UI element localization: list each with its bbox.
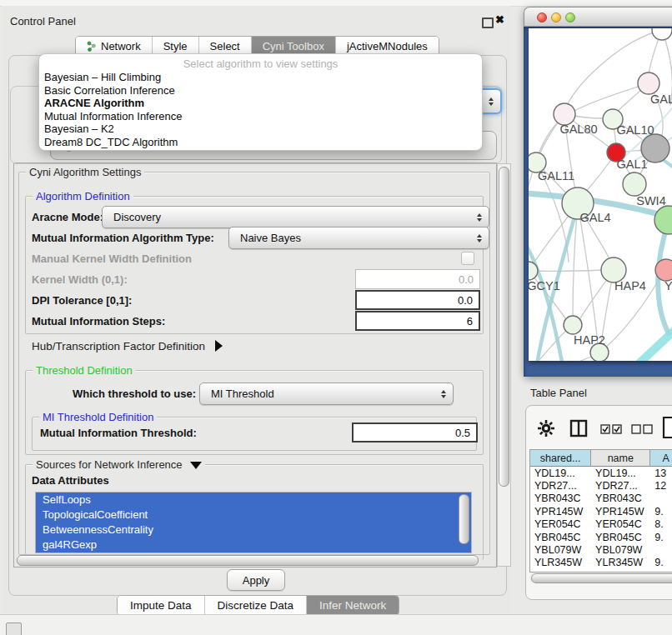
table-toolbar	[526, 406, 672, 449]
show-columns-icon[interactable]	[600, 424, 622, 434]
which-threshold-value: MI Threshold	[211, 388, 274, 400]
mi-steps-input[interactable]: 6	[355, 311, 480, 331]
mi-algorithm-type-value: Naive Bayes	[240, 232, 301, 244]
zoom-traffic-light-icon[interactable]	[565, 12, 575, 22]
manual-kernel-label: Manual Kernel Width Definition	[32, 252, 192, 265]
control-panel: Control Panel ✖ galFiltered.sif default …	[2, 6, 510, 613]
expand-right-icon[interactable]	[215, 340, 223, 352]
network-canvas[interactable]: GALGAL80GAL10GAL1GAL11SWI4GAL4GCY1HAP4YH…	[529, 28, 672, 361]
spinner-arrows-icon	[477, 213, 482, 222]
minimize-traffic-light-icon[interactable]	[551, 12, 561, 22]
attribute-item-topologicalcoefficient[interactable]: TopologicalCoefficient	[36, 508, 471, 522]
threshold-definition-title: Threshold Definition	[33, 364, 136, 377]
table-cell: 13	[650, 467, 672, 479]
table-row[interactable]: YDL19...YDL19...13	[530, 467, 672, 479]
settings-horizontal-scrollbar[interactable]	[17, 555, 479, 566]
table-cell: YBL079W	[591, 543, 650, 556]
sources-title: Sources for Network Inference	[33, 458, 205, 471]
dropdown-item-bayesian-hill-climbing[interactable]: Bayesian – Hill Climbing	[43, 71, 479, 84]
table-cell: YBR043C	[591, 492, 650, 505]
table-row[interactable]: YBL079WYBL079W	[530, 543, 672, 556]
list-scrollbar-thumb[interactable]	[459, 494, 469, 544]
expand-down-icon[interactable]	[190, 462, 202, 469]
dropdown-item-bayesian-k2[interactable]: Bayesian – K2	[43, 122, 479, 136]
close-traffic-light-icon[interactable]	[537, 12, 547, 22]
mi-algorithm-type-combo[interactable]: Naive Bayes	[228, 227, 489, 249]
table-cell: YPR145W	[591, 505, 650, 518]
node-label-y: Y	[664, 279, 672, 292]
node-table[interactable]: shared...nameA YDL19...YDL19...13YDR27..…	[529, 449, 672, 572]
attribute-item-selfloops[interactable]: SelfLoops	[36, 492, 471, 508]
bottom-tab-discretize-data[interactable]: Discretize Data	[205, 596, 308, 615]
table-row[interactable]: YLR345WYLR345W9.	[530, 557, 672, 569]
dpi-tolerance-input[interactable]: 0.0	[355, 290, 480, 310]
dropdown-item-dream8-dc-tdc-algorithm[interactable]: Dream8 DC_TDC Algorithm	[43, 136, 479, 149]
node-label-hap4: HAP4	[614, 279, 646, 292]
table-horizontal-scrollbar[interactable]	[529, 572, 672, 582]
network-node-hap2[interactable]	[564, 316, 582, 334]
bottom-tab-impute-data[interactable]: Impute Data	[118, 596, 205, 615]
aracne-mode-combo[interactable]: Discovery	[102, 206, 489, 228]
bottom-tab-bar: Impute DataDiscretize DataInfer Network	[117, 595, 399, 616]
aracne-mode-value: Discovery	[113, 211, 161, 223]
node-label-gal11: GAL11	[538, 169, 574, 182]
split-panel-icon[interactable]	[569, 419, 588, 438]
mi-threshold-input[interactable]: 0.5	[352, 422, 478, 442]
network-window-titlebar[interactable]	[524, 7, 672, 27]
table-row[interactable]: YDR27...YDR27...12	[530, 479, 672, 492]
kernel-width-input[interactable]: 0.0	[355, 269, 480, 289]
network-graph: GALGAL80GAL10GAL1GAL11SWI4GAL4GCY1HAP4YH…	[529, 28, 672, 361]
dropdown-item-basic-correlation-inference[interactable]: Basic Correlation Inference	[43, 84, 479, 98]
table-row[interactable]: YPR145WYPR145W9.	[530, 505, 672, 518]
network-node[interactable]	[654, 206, 672, 234]
table-cell: YBR045C	[591, 531, 650, 543]
hub-definition-label[interactable]: Hub/Transcription Factor Definition	[32, 338, 223, 352]
network-node-swi4[interactable]	[623, 172, 646, 196]
which-threshold-combo[interactable]: MI Threshold	[199, 382, 454, 405]
dropdown-placeholder: Select algorithm to view settings	[39, 58, 482, 70]
scrollbar-thumb[interactable]	[531, 573, 672, 583]
column-header-name[interactable]: name	[591, 450, 650, 467]
table-panel-title: Table Panel	[530, 387, 587, 399]
docked-palette-icon[interactable]	[6, 622, 22, 635]
spinner-arrows-icon	[441, 390, 446, 398]
column-header-shared[interactable]: shared...	[530, 450, 591, 467]
float-window-icon[interactable]	[482, 18, 494, 28]
manual-kernel-checkbox[interactable]	[461, 252, 474, 265]
column-header-a[interactable]: A	[650, 450, 672, 467]
settings-vertical-scrollbar[interactable]	[497, 163, 511, 567]
table-cell: 9.	[650, 505, 672, 518]
table-row[interactable]: YBR045CYBR045C9.	[530, 531, 672, 543]
data-attributes-list[interactable]: SelfLoopsTopologicalCoefficientBetweenne…	[35, 492, 472, 553]
bottom-strip	[0, 614, 672, 635]
network-node[interactable]	[652, 28, 672, 40]
network-node-y[interactable]	[655, 259, 672, 281]
apply-button[interactable]: Apply	[227, 569, 285, 591]
table-cell: 9.	[650, 557, 672, 569]
scrollbar-thumb[interactable]	[499, 167, 509, 487]
gear-icon[interactable]	[537, 419, 555, 438]
node-label-gal10: GAL10	[616, 123, 654, 137]
close-icon[interactable]: ✖	[495, 13, 504, 26]
network-edge[interactable]	[574, 83, 649, 111]
attribute-item-gal4rgexp[interactable]: gal4RGexp	[36, 538, 471, 552]
table-cell: YBR045C	[530, 531, 591, 543]
network-edge[interactable]	[529, 231, 565, 361]
table-row[interactable]: YBR043CYBR043C	[530, 492, 672, 505]
tab-label: Network	[101, 40, 141, 52]
dpi-tolerance-label: DPI Tolerance [0,1]:	[32, 294, 132, 307]
table-cell: YDR27...	[530, 479, 591, 492]
table-cell: 9.	[650, 531, 672, 543]
dropdown-item-mutual-information-inference[interactable]: Mutual Information Inference	[43, 110, 479, 123]
attribute-item-betweennesscentrality[interactable]: BetweennessCentrality	[36, 522, 471, 538]
data-attributes-label: Data Attributes	[32, 474, 109, 487]
network-node-gal[interactable]	[638, 72, 659, 94]
table-cell	[650, 492, 672, 505]
screenshot-root: Control Panel ✖ galFiltered.sif default …	[0, 0, 672, 635]
hide-columns-icon[interactable]	[631, 424, 653, 434]
new-table-icon[interactable]	[662, 416, 672, 439]
dropdown-item-aracne-algorithm[interactable]: ARACNE Algorithm	[43, 97, 479, 110]
bottom-tab-infer-network[interactable]: Infer Network	[307, 596, 399, 615]
table-row[interactable]: YER054CYER054C8.	[530, 518, 672, 531]
table-cell: YDL19...	[591, 467, 650, 479]
